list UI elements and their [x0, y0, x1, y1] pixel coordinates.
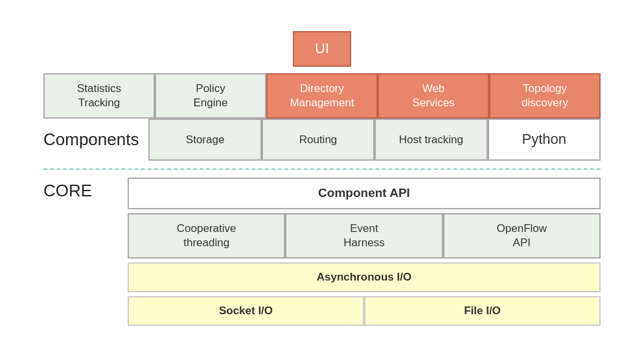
- web-services-box: Web Services: [378, 73, 489, 119]
- event-harness-box: Event Harness: [285, 213, 443, 259]
- ui-row: UI: [43, 31, 601, 67]
- routing-box: Routing: [262, 119, 374, 161]
- directory-management-box: Directory Management: [266, 73, 378, 119]
- async-io-box: Asynchronous I/O: [128, 262, 601, 292]
- mid-boxes: Storage Routing Host tracking Python: [148, 119, 601, 161]
- components-section: Components Storage Routing Host tracking…: [43, 119, 601, 161]
- python-box: Python: [488, 119, 601, 161]
- openflow-api-box: OpenFlow API: [443, 213, 601, 259]
- socket-io-box: Socket I/O: [128, 296, 364, 326]
- host-tracking-box: Host tracking: [374, 119, 487, 161]
- ui-label: UI: [315, 40, 329, 58]
- core-right: Component API Cooperative threading Even…: [128, 178, 601, 326]
- policy-engine-box: Policy Engine: [155, 73, 266, 119]
- file-io-box: File I/O: [364, 296, 601, 326]
- io-row: Socket I/O File I/O: [128, 296, 601, 326]
- statistics-tracking-box: Statistics Tracking: [43, 73, 155, 119]
- top-components-row: Statistics Tracking Policy Engine Direct…: [43, 73, 601, 119]
- cooperative-threading-box: Cooperative threading: [128, 213, 285, 259]
- divider: [43, 168, 601, 170]
- core-mid-row: Cooperative threading Event Harness Open…: [128, 213, 601, 259]
- ui-box: UI: [293, 31, 351, 67]
- component-api-row: Component API: [128, 178, 601, 209]
- architecture-diagram: UI Statistics Tracking Policy Engine Dir…: [30, 18, 614, 339]
- components-label: Components: [43, 119, 148, 161]
- component-api-box: Component API: [128, 178, 601, 209]
- core-label: CORE: [43, 178, 128, 201]
- topology-discovery-box: Topology discovery: [489, 73, 601, 119]
- storage-box: Storage: [148, 119, 261, 161]
- async-io-row: Asynchronous I/O: [128, 262, 601, 292]
- core-section: CORE Component API Cooperative threading…: [43, 178, 601, 326]
